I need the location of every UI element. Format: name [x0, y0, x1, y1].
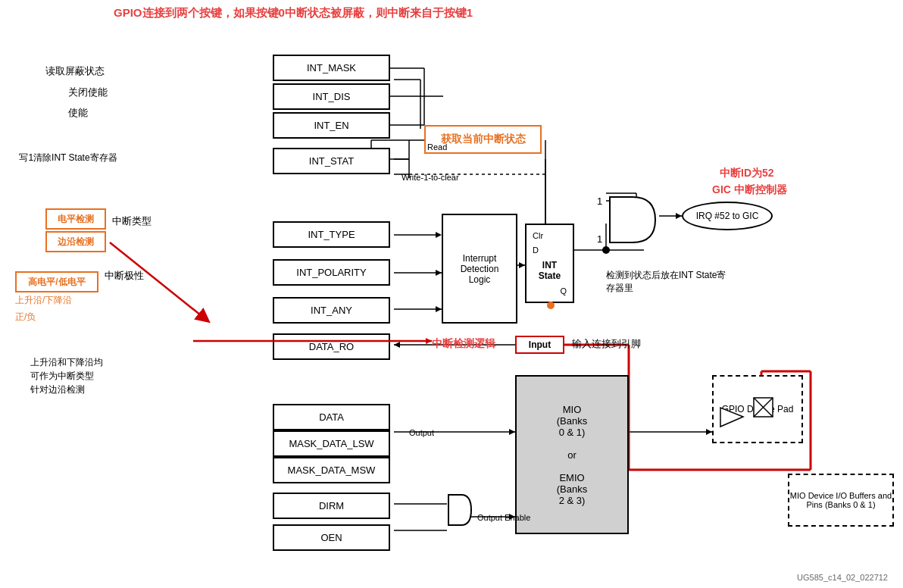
reg-int-en: INT_EN [273, 112, 390, 139]
label-irq-id: 中断ID为52 [720, 167, 774, 180]
int-state-block: Clr D INTState Q [525, 224, 574, 303]
mio-device-io: MIO Device I/O Buffers and Pins (Banks 0… [788, 474, 894, 527]
svg-marker-63 [426, 338, 432, 344]
label-detected-store: 检测到状态后放在INT State寄存器里 [606, 269, 727, 295]
label-read: Read [427, 142, 447, 152]
svg-point-16 [602, 246, 610, 254]
clr-label: Clr [533, 231, 543, 240]
reg-oen: OEN [273, 524, 390, 551]
reg-int-any: INT_ANY [273, 297, 390, 324]
input-label-box: Input [515, 336, 564, 354]
irq-circle: IRQ #52 to GIC [682, 202, 773, 230]
label-rising: 上升沿/下降沿 [15, 294, 72, 307]
heading: GPIO连接到两个按键，如果按键0中断状态被屏蔽，则中断来自于按键1 [114, 6, 473, 20]
d-label: D [533, 246, 539, 255]
svg-marker-40 [706, 429, 712, 435]
label-gic: GIC 中断控制器 [712, 183, 787, 197]
label-1-and2: 1 [597, 233, 602, 245]
label-input-to-pin: 输入连接到引脚 [572, 337, 641, 351]
label-posneg: 正/负 [15, 311, 36, 324]
svg-marker-14 [519, 262, 525, 268]
orange-high-low: 高电平/低电平 [15, 271, 98, 292]
label-both1: 上升沿和下降沿均 [30, 356, 103, 369]
reg-dirm: DIRM [273, 493, 390, 519]
label-w1c: Write-1-to-clear [402, 173, 459, 182]
reg-int-dis: INT_DIS [273, 83, 390, 110]
mio-block: MIO (Banks 0 & 1) or EMIO (Banks 2 & 3) [515, 375, 629, 534]
label-read-mask: 读取屏蔽状态 [45, 64, 105, 78]
reg-mask-lsw: MASK_DATA_LSW [273, 430, 390, 457]
label-both2: 可作为中断类型 [30, 370, 94, 383]
gpio-device-pad: GPIO Device Pad [712, 375, 803, 443]
label-polarity: 中断极性 [105, 269, 144, 283]
svg-marker-20 [676, 213, 682, 219]
svg-marker-12 [394, 342, 400, 348]
svg-marker-8 [436, 270, 442, 276]
svg-marker-34 [509, 429, 515, 435]
reg-int-mask: INT_MASK [273, 55, 390, 81]
orange-edge: 边沿检测 [45, 231, 106, 252]
reg-data-ro: DATA_RO [273, 333, 390, 360]
svg-marker-10 [436, 306, 442, 312]
orange-level: 电平检测 [45, 208, 106, 230]
reg-int-stat: INT_STAT [273, 148, 390, 174]
footnote: UG585_c14_02_022712 [797, 573, 888, 582]
reg-mask-msw: MASK_DATA_MSW [273, 457, 390, 483]
svg-marker-6 [436, 232, 442, 238]
label-1-and: 1 [597, 195, 602, 207]
label-write1clear: 写1清除INT State寄存器 [11, 152, 125, 164]
interrupt-detection-logic: Interrupt Detection Logic [442, 214, 517, 324]
orange-dot [547, 302, 555, 309]
reg-data: DATA [273, 404, 390, 430]
label-enable: 使能 [68, 106, 88, 120]
label-output-enable: Output Enable [477, 513, 530, 522]
label-interrupt-detect: 中断检测逻辑 [432, 337, 495, 351]
int-state-title: INTState [539, 260, 561, 281]
label-disable: 关闭使能 [68, 86, 108, 99]
label-both3: 针对边沿检测 [30, 383, 85, 396]
reg-int-type: INT_TYPE [273, 221, 390, 248]
label-int-type: 中断类型 [112, 214, 152, 228]
label-output: Output [409, 428, 434, 437]
diagram: GPIO连接到两个按键，如果按键0中断状态被屏蔽，则中断来自于按键1 读取屏蔽状… [0, 0, 903, 588]
q-label: Q [560, 286, 567, 296]
reg-int-polarity: INT_POLARITY [273, 259, 390, 286]
